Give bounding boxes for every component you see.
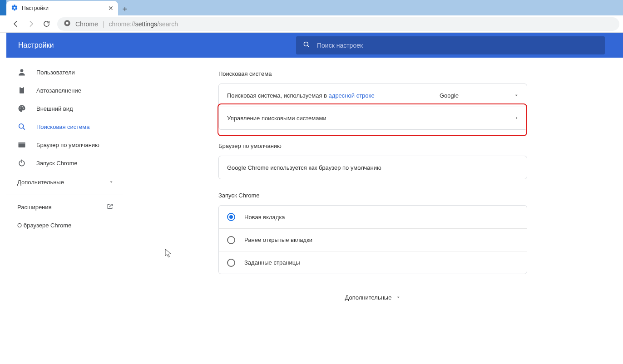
browser-tabstrip: Настройки ✕ ＋ — [0, 0, 623, 15]
radio-checked-icon — [227, 213, 235, 221]
sidebar-item-people[interactable]: Пользователи — [6, 63, 123, 81]
svg-marker-19 — [516, 117, 518, 119]
radio-unchecked-icon — [227, 236, 235, 244]
palette-icon — [17, 104, 26, 113]
settings-content: Поисковая система Поисковая система, исп… — [123, 58, 623, 364]
svg-line-12 — [23, 128, 25, 130]
omnibox-url: chrome://settings/search — [109, 20, 178, 28]
close-icon[interactable]: ✕ — [107, 5, 114, 12]
reload-button[interactable] — [40, 18, 53, 30]
manage-search-engines-label: Управление поисковыми системами — [227, 115, 326, 122]
address-bar-link[interactable]: адресной строке — [329, 92, 375, 99]
manage-search-engines-row[interactable]: Управление поисковыми системами — [219, 107, 527, 129]
sidebar-item-label: Автозаполнение — [36, 87, 81, 94]
svg-point-8 — [20, 106, 21, 107]
search-icon — [302, 40, 311, 50]
gear-icon — [11, 4, 18, 13]
sidebar-item-autofill[interactable]: Автозаполнение — [6, 81, 123, 99]
svg-marker-20 — [397, 297, 400, 298]
browser-toolbar: Chrome | chrome://settings/search — [0, 15, 623, 33]
page-title: Настройки — [18, 41, 54, 49]
sidebar-advanced-label: Дополнительные — [17, 179, 64, 186]
tab-title: Настройки — [22, 5, 104, 11]
section-title-startup: Запуск Chrome — [218, 192, 527, 199]
forward-button[interactable] — [25, 18, 37, 30]
power-icon — [17, 158, 26, 167]
sidebar-advanced-toggle[interactable]: Дополнительные — [6, 172, 123, 192]
svg-rect-5 — [20, 87, 24, 93]
sidebar-item-label: Запуск Chrome — [36, 160, 78, 167]
open-external-icon — [106, 203, 114, 212]
svg-point-9 — [22, 106, 23, 107]
sidebar-item-label: Браузер по умолчанию — [36, 142, 99, 148]
chevron-down-icon — [109, 179, 114, 186]
sidebar-item-label: Внешний вид — [36, 105, 73, 112]
search-engine-label: Поисковая система, используемая в адресн… — [227, 92, 375, 99]
startup-option-specific-pages[interactable]: Заданные страницы — [219, 251, 527, 274]
startup-option-continue[interactable]: Ранее открытые вкладки — [219, 228, 527, 251]
sidebar-item-on-startup[interactable]: Запуск Chrome — [6, 154, 123, 172]
radio-unchecked-icon — [227, 259, 235, 267]
svg-point-1 — [66, 22, 68, 24]
search-engine-row[interactable]: Поисковая система, используемая в адресн… — [219, 84, 527, 107]
os-side-strip — [0, 0, 6, 15]
settings-page: Настройки Пользователи Автозаполнение Вн… — [6, 33, 623, 364]
svg-point-11 — [19, 124, 24, 128]
section-title-default-browser: Браузер по умолчанию — [218, 143, 527, 149]
section-title-search-engine: Поисковая система — [218, 70, 527, 77]
sidebar-about-label: О браузере Chrome — [17, 222, 71, 229]
person-icon — [17, 68, 26, 77]
content-advanced-toggle[interactable]: Дополнительные — [218, 294, 527, 301]
startup-option-new-tab[interactable]: Новая вкладка — [219, 206, 527, 228]
chevron-down-icon — [514, 92, 519, 99]
omnibox-separator: | — [103, 20, 104, 28]
svg-marker-17 — [110, 181, 113, 182]
sidebar-item-default-browser[interactable]: Браузер по умолчанию — [6, 136, 123, 154]
sidebar-item-label: Пользователи — [36, 69, 75, 76]
address-bar[interactable]: Chrome | chrome://settings/search — [57, 17, 619, 31]
chevron-right-icon — [515, 115, 519, 122]
svg-rect-6 — [21, 87, 23, 88]
omnibox-app-label: Chrome — [75, 20, 98, 28]
startup-card: Новая вкладка Ранее открытые вкладки Зад… — [218, 205, 527, 274]
browser-icon — [17, 140, 26, 149]
svg-point-7 — [20, 108, 20, 108]
sidebar-extensions[interactable]: Расширения — [6, 198, 123, 216]
sidebar-item-label: Поисковая система — [36, 123, 90, 130]
svg-point-10 — [23, 108, 24, 108]
browser-tab[interactable]: Настройки ✕ — [6, 1, 118, 15]
default-browser-card: Google Chrome используется как браузер п… — [218, 156, 527, 179]
startup-option-label: Ранее открытые вкладки — [244, 236, 312, 243]
content-advanced-label: Дополнительные — [345, 294, 392, 301]
clipboard-icon — [17, 86, 26, 95]
startup-option-label: Новая вкладка — [244, 214, 285, 221]
sidebar-item-appearance[interactable]: Внешний вид — [6, 99, 123, 118]
svg-rect-14 — [19, 142, 25, 143]
search-engine-dropdown[interactable]: Google — [440, 92, 512, 99]
settings-search-input[interactable] — [317, 42, 598, 49]
search-engine-card: Поисковая система, используемая в адресн… — [218, 84, 527, 130]
svg-point-2 — [304, 42, 308, 46]
sidebar-extensions-label: Расширения — [17, 204, 52, 211]
chrome-logo-icon — [64, 20, 71, 28]
svg-marker-18 — [515, 94, 518, 96]
sidebar-about-chrome[interactable]: О браузере Chrome — [6, 216, 123, 234]
settings-search[interactable] — [296, 36, 605, 54]
back-button[interactable] — [9, 18, 22, 30]
default-browser-row: Google Chrome используется как браузер п… — [219, 156, 527, 179]
chevron-down-icon — [396, 294, 400, 301]
startup-option-label: Заданные страницы — [244, 259, 300, 266]
svg-point-4 — [20, 69, 24, 72]
settings-header: Настройки — [6, 33, 623, 58]
svg-line-3 — [307, 45, 309, 47]
default-browser-text: Google Chrome используется как браузер п… — [227, 164, 381, 171]
settings-sidebar: Пользователи Автозаполнение Внешний вид … — [6, 58, 123, 234]
sidebar-item-search-engine[interactable]: Поисковая система — [6, 118, 123, 136]
search-icon — [17, 122, 26, 131]
sidebar-divider — [6, 195, 123, 195]
new-tab-button[interactable]: ＋ — [118, 2, 132, 15]
